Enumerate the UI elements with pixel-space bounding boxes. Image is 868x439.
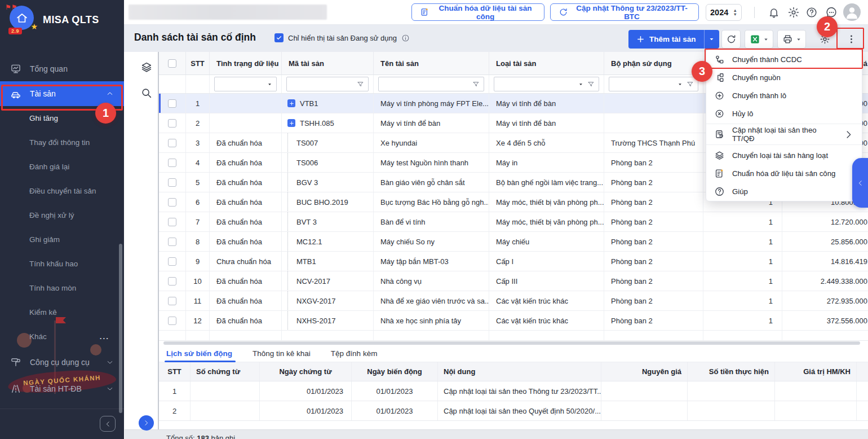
scrollbar-thumb[interactable] <box>163 341 860 345</box>
row-checkbox[interactable] <box>168 257 176 266</box>
expand-panel-button[interactable] <box>139 415 154 431</box>
cell-cost: 2.449.338.000 <box>782 271 868 291</box>
detail-tab[interactable]: Lịch sử biến động <box>166 349 232 358</box>
plus-icon <box>636 35 645 43</box>
sidebar-subitem[interactable]: Tính khấu hao <box>0 252 124 276</box>
cell-dept: Phòng ban 2 <box>604 153 703 172</box>
menu-item[interactable]: Chuyển thành CCDC <box>706 50 862 68</box>
in-use-checkbox[interactable] <box>274 33 284 42</box>
sidebar-subitem[interactable]: Ghi giảm <box>0 227 124 252</box>
help-icon[interactable] <box>805 6 818 19</box>
standardize-data-button[interactable]: Chuẩn hóa dữ liệu tài sản công <box>411 3 544 21</box>
update-circular-button[interactable]: Cập nhật Thông tư 23/2023/TT-BTC <box>550 3 699 21</box>
cell-name: Nhà để xe giáo viên trước và sa... <box>374 291 489 310</box>
cell-type: Máy móc, thiết bị văn phòng ph... <box>489 212 604 231</box>
row-checkbox[interactable] <box>168 139 176 147</box>
sidebar-group-item[interactable]: Tài sản HT-ĐB <box>0 375 124 402</box>
status-bar: Tổng số: 183 bản ghi <box>125 429 868 439</box>
detail-header-row: STT Số chứng từ Ngày chứng từ Ngày biến … <box>159 362 868 381</box>
menu-item[interactable]: Cập nhật loại tài sản theo TT/QĐ <box>706 125 862 143</box>
sidebar-subitem[interactable]: Kiểm kê <box>0 300 124 324</box>
refresh-button[interactable] <box>721 30 741 49</box>
asset-row[interactable]: 8 Đã chuẩn hóa MC12.1 Máy chiếu So ny Má… <box>159 232 868 252</box>
code-filter-input[interactable] <box>286 77 369 91</box>
cell-stt: 10 <box>186 271 210 291</box>
row-checkbox[interactable] <box>168 99 176 108</box>
expand-row-icon[interactable] <box>287 99 295 107</box>
sidebar-group-item[interactable]: Công cụ dụng cụ <box>0 349 124 375</box>
table-settings-button[interactable] <box>816 30 834 49</box>
info-icon[interactable] <box>401 34 410 42</box>
history-row[interactable]: 1 01/01/2023 01/01/2023 Cập nhật loại tà… <box>159 381 868 401</box>
detail-panel: Lịch sử biến động Thông tin kê khai Tệp … <box>159 345 868 429</box>
asset-row[interactable]: 7 Đã chuẩn hóa BVT 3 Bàn để vi tính Máy … <box>159 212 868 232</box>
row-checkbox[interactable] <box>168 218 176 226</box>
more-actions-button[interactable] <box>839 30 863 49</box>
col-header-type[interactable]: Loại tài sản <box>489 52 604 74</box>
add-asset-button[interactable]: Thêm tài sản <box>628 30 719 49</box>
col-header-stt[interactable]: STT <box>186 52 210 74</box>
export-excel-button[interactable] <box>745 30 773 49</box>
history-row[interactable]: 2 01/01/2023 01/01/2023 Cập nhật loại tà… <box>159 401 868 421</box>
sidebar-subitem[interactable]: Điều chuyển tài sản <box>0 179 124 203</box>
chat-icon[interactable] <box>825 6 838 19</box>
row-checkbox[interactable] <box>168 277 176 286</box>
sidebar-collapse-button[interactable] <box>100 416 116 432</box>
col-header-code[interactable]: Mã tài sản <box>282 52 374 74</box>
sidebar-subitem[interactable]: Thay đổi thông tin <box>0 130 124 155</box>
asset-row[interactable]: 10 Đã chuẩn hóa NCV-2017 Nhà công vụ Cấp… <box>159 271 868 291</box>
sidebar-subitem[interactable]: Tính hao mòn <box>0 276 124 300</box>
sidebar-subitem[interactable]: Đề nghị xử lý <box>0 203 124 227</box>
name-filter-input[interactable] <box>378 77 484 91</box>
sidebar-scrollbar[interactable] <box>119 244 122 413</box>
expand-row-icon[interactable] <box>287 119 295 127</box>
avatar[interactable] <box>843 3 861 21</box>
sidebar-subitem[interactable]: Ghi tăng <box>0 106 124 130</box>
select-all-checkbox[interactable] <box>168 59 176 68</box>
add-asset-dropdown[interactable] <box>704 30 719 49</box>
cell-stt: 7 <box>186 212 210 231</box>
sidebar-subitem[interactable]: Đánh giá lại <box>0 155 124 179</box>
cell-qty: 1 <box>703 271 782 291</box>
year-stepper-icon[interactable]: ▲▼ <box>733 8 737 16</box>
dcol-doc-no: Số chứng từ <box>191 362 260 381</box>
print-button[interactable] <box>777 30 806 49</box>
row-checkbox[interactable] <box>168 159 176 167</box>
bell-icon[interactable] <box>768 6 780 19</box>
menu-item[interactable]: Chuẩn hóa dữ liệu tài sản công <box>706 164 862 182</box>
type-filter-select[interactable] <box>494 77 599 91</box>
menu-item[interactable]: Giúp <box>706 182 862 200</box>
user-icon <box>843 3 861 21</box>
caret-down-icon <box>763 37 769 42</box>
dept-filter-select[interactable] <box>609 77 698 91</box>
row-checkbox[interactable] <box>168 238 176 246</box>
status-filter-select[interactable] <box>214 77 277 91</box>
asset-row[interactable]: 9 Chưa chuẩn hóa MTB1 Máy tập bắn MBT-03… <box>159 252 868 271</box>
menu-item[interactable]: Chuyển nguồn <box>706 68 862 86</box>
layers-icon[interactable] <box>140 61 153 73</box>
sidebar-item-assets[interactable]: Tài sản <box>0 81 124 106</box>
row-checkbox[interactable] <box>168 119 176 128</box>
menu-item[interactable]: Chuyển loại tài sản hàng loạt <box>706 146 862 164</box>
collapse-right-panel-tab[interactable] <box>852 158 868 208</box>
detail-tab[interactable]: Thông tin kê khai <box>253 349 311 358</box>
search-icon[interactable] <box>140 87 153 99</box>
row-checkbox[interactable] <box>168 317 176 325</box>
row-checkbox[interactable] <box>168 178 176 187</box>
detail-tab[interactable]: Tệp đính kèm <box>331 349 378 358</box>
cell-status: Đã chuẩn hóa <box>210 133 282 152</box>
year-selector[interactable]: 2024 ▲▼ <box>706 4 742 21</box>
gear-icon[interactable] <box>787 6 800 19</box>
row-checkbox[interactable] <box>168 198 176 207</box>
asset-row[interactable]: 12 Đã chuẩn hóa NXHS-2017 Nhà xe học sin… <box>159 311 868 331</box>
cell-dept: Trường THCS Thạnh Phú <box>604 133 703 152</box>
row-checkbox[interactable] <box>168 297 176 305</box>
col-header-dept[interactable]: Bộ phận sử dụng <box>604 52 703 74</box>
asset-row[interactable]: 11 Đã chuẩn hóa NXGV-2017 Nhà để xe giáo… <box>159 291 868 311</box>
menu-item[interactable]: Hủy lô <box>706 104 862 122</box>
menu-item[interactable]: Chuyển thành lô <box>706 86 862 104</box>
sidebar-subitem[interactable]: Khác ... <box>0 324 124 349</box>
sidebar-item-overview[interactable]: Tổng quan <box>0 56 124 81</box>
col-header-name[interactable]: Tên tài sản <box>374 52 489 74</box>
col-header-status[interactable]: Tình trạng dữ liệu <box>210 52 282 74</box>
